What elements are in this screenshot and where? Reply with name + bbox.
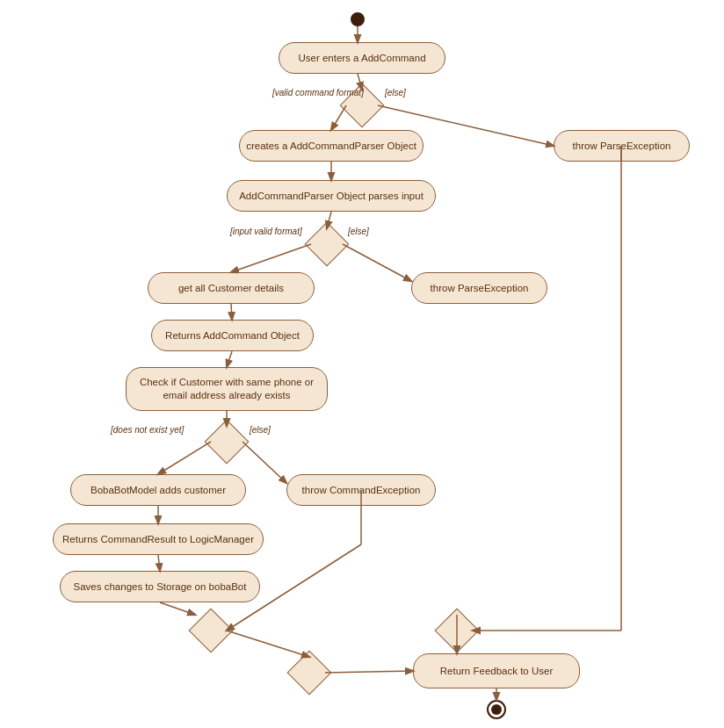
return-feedback-node: Return Feedback to User: [413, 653, 580, 688]
check-customer-node: Check if Customer with same phone or ema…: [126, 367, 328, 411]
svg-line-15: [160, 602, 195, 615]
label-does-not-exist: [does not exist yet]: [111, 425, 184, 435]
parses-input-node: AddCommandParser Object parses input: [227, 180, 436, 212]
get-details-node: get all Customer details: [148, 272, 315, 304]
user-enters-node: User enters a AddCommand: [279, 42, 445, 74]
saves-changes-node: Saves changes to Storage on bobaBot: [60, 571, 260, 602]
svg-line-11: [158, 442, 211, 474]
throw-parse1-node: throw ParseException: [554, 130, 690, 162]
svg-line-6: [231, 244, 311, 272]
label-else3: [else]: [250, 425, 271, 435]
start-node: [351, 12, 365, 26]
label-else1: [else]: [385, 88, 406, 97]
diamond4-node: [195, 615, 227, 646]
returns-result-node: Returns CommandResult to LogicManager: [53, 523, 264, 555]
label-else2: [else]: [348, 227, 369, 236]
diamond5-node: [293, 657, 325, 688]
returns-addcmd-node: Returns AddCommand Object: [151, 320, 314, 351]
throw-cmd-node: throw CommandException: [286, 474, 436, 506]
activity-diagram: User enters a AddCommand creates a AddCo…: [0, 0, 724, 728]
bobabotmodel-node: BobaBotModel adds customer: [70, 474, 246, 506]
diamond2-node: [311, 228, 343, 260]
svg-line-8: [231, 304, 232, 320]
diamond6-node: [441, 615, 473, 646]
svg-line-12: [243, 442, 286, 483]
diamond3-node: [211, 426, 243, 458]
label-input-valid: [input valid format]: [230, 227, 302, 236]
svg-line-14: [158, 555, 160, 571]
throw-parse2-node: throw ParseException: [411, 272, 547, 304]
svg-line-18: [227, 631, 309, 657]
svg-line-9: [227, 351, 232, 367]
svg-line-23: [325, 671, 413, 673]
label-valid: [valid command format]: [272, 88, 364, 97]
end-node: [487, 700, 506, 719]
svg-line-7: [343, 244, 411, 281]
creates-parser-node: creates a AddCommandParser Object: [239, 130, 424, 162]
